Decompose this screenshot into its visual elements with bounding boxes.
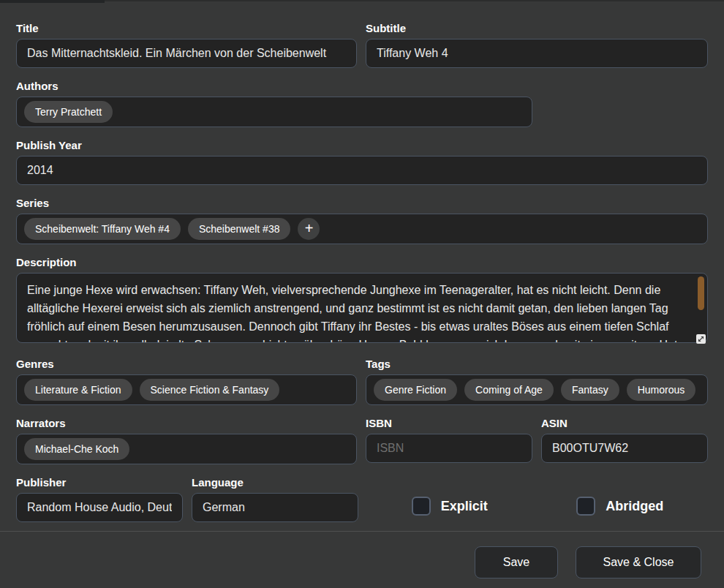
series-input-box[interactable]: Scheibenwelt: Tiffany Weh #4Scheibenwelt… bbox=[16, 214, 708, 244]
explicit-check-group: Explicit bbox=[412, 497, 488, 516]
title-field: Title bbox=[16, 21, 357, 68]
save-button[interactable]: Save bbox=[475, 546, 558, 578]
author-chip[interactable]: Terry Pratchett bbox=[24, 101, 113, 123]
series-chip[interactable]: Scheibenwelt: Tiffany Weh #4 bbox=[24, 218, 181, 240]
publish-year-field: Publish Year bbox=[16, 138, 708, 185]
authors-label: Authors bbox=[16, 79, 532, 94]
edit-book-details-form: Title Subtitle Authors Terry Pratchett P… bbox=[0, 0, 724, 522]
tags-field: Tags Genre FictionComing of AgeFantasyHu… bbox=[366, 357, 708, 405]
explicit-checkbox[interactable] bbox=[412, 497, 431, 516]
series-chip[interactable]: Scheibenwelt #38 bbox=[188, 218, 291, 240]
tag-chip[interactable]: Humorous bbox=[627, 379, 696, 401]
description-scrollbar-thumb[interactable] bbox=[698, 276, 704, 310]
flags-area: Explicit Abridged bbox=[367, 475, 708, 522]
language-label: Language bbox=[192, 475, 358, 490]
publish-year-label: Publish Year bbox=[16, 138, 708, 153]
subtitle-field: Subtitle bbox=[366, 21, 708, 68]
tag-chip[interactable]: Fantasy bbox=[561, 379, 619, 401]
publisher-input[interactable] bbox=[16, 493, 183, 522]
publisher-field: Publisher bbox=[16, 475, 183, 522]
genre-chip[interactable]: Science Fiction & Fantasy bbox=[140, 379, 280, 401]
subtitle-label: Subtitle bbox=[366, 21, 708, 36]
title-label: Title bbox=[16, 21, 357, 36]
modal-top-border bbox=[0, 0, 724, 1]
publish-year-input[interactable] bbox=[16, 156, 708, 185]
authors-field: Authors Terry Pratchett bbox=[16, 79, 532, 127]
narrators-field: Narrators Michael-Che Koch bbox=[16, 416, 357, 464]
genres-field: Genres Literature & FictionScience Ficti… bbox=[16, 357, 357, 405]
row-series: Series Scheibenwelt: Tiffany Weh #4Schei… bbox=[16, 196, 708, 244]
language-input[interactable] bbox=[192, 493, 358, 522]
row-publisher-language-flags: Publisher Language Explicit Abridged bbox=[16, 475, 708, 522]
modal-footer: Save Save & Close bbox=[0, 532, 724, 588]
language-field: Language bbox=[192, 475, 358, 522]
description-textarea-wrap: Eine junge Hexe wird erwachsen: Tiffany … bbox=[16, 273, 708, 346]
asin-input[interactable] bbox=[541, 434, 708, 463]
authors-input-box[interactable]: Terry Pratchett bbox=[16, 97, 532, 127]
description-textarea[interactable]: Eine junge Hexe wird erwachsen: Tiffany … bbox=[16, 273, 708, 343]
row-publish-year: Publish Year bbox=[16, 138, 708, 185]
tag-chip[interactable]: Genre Fiction bbox=[374, 379, 457, 401]
abridged-check-group: Abridged bbox=[576, 497, 663, 516]
description-field: Description Eine junge Hexe wird erwachs… bbox=[16, 255, 708, 346]
row-authors: Authors Terry Pratchett bbox=[16, 79, 708, 127]
subtitle-input[interactable] bbox=[366, 39, 708, 68]
tab-bar-edge bbox=[0, 0, 105, 3]
genre-chip[interactable]: Literature & Fiction bbox=[24, 379, 132, 401]
tags-label: Tags bbox=[366, 357, 708, 372]
narrator-chip[interactable]: Michael-Che Koch bbox=[24, 438, 129, 460]
row-description: Description Eine junge Hexe wird erwachs… bbox=[16, 255, 708, 346]
series-label: Series bbox=[16, 196, 708, 211]
genres-label: Genres bbox=[16, 357, 357, 372]
series-field: Series Scheibenwelt: Tiffany Weh #4Schei… bbox=[16, 196, 708, 244]
abridged-checkbox[interactable] bbox=[576, 497, 595, 516]
row-title-subtitle: Title Subtitle bbox=[16, 21, 708, 68]
description-label: Description bbox=[16, 255, 708, 270]
publisher-label: Publisher bbox=[16, 475, 183, 490]
textarea-resize-grip-icon[interactable] bbox=[696, 334, 706, 344]
abridged-label: Abridged bbox=[606, 499, 663, 514]
tag-chip[interactable]: Coming of Age bbox=[464, 379, 554, 401]
genres-input-box[interactable]: Literature & FictionScience Fiction & Fa… bbox=[16, 374, 357, 405]
row-narrators-isbn-asin: Narrators Michael-Che Koch ISBN ASIN bbox=[16, 416, 708, 464]
isbn-label: ISBN bbox=[366, 416, 532, 431]
row-genres-tags: Genres Literature & FictionScience Ficti… bbox=[16, 357, 708, 405]
asin-field: ASIN bbox=[541, 416, 708, 463]
isbn-field: ISBN bbox=[366, 416, 532, 463]
asin-label: ASIN bbox=[541, 416, 708, 431]
save-close-button[interactable]: Save & Close bbox=[576, 546, 701, 578]
tags-input-box[interactable]: Genre FictionComing of AgeFantasyHumorou… bbox=[366, 374, 708, 405]
title-input[interactable] bbox=[16, 39, 357, 68]
explicit-label: Explicit bbox=[441, 499, 488, 514]
narrators-input-box[interactable]: Michael-Che Koch bbox=[16, 434, 357, 464]
isbn-input[interactable] bbox=[366, 434, 532, 463]
narrators-label: Narrators bbox=[16, 416, 357, 431]
add-series-button[interactable]: + bbox=[298, 218, 320, 240]
